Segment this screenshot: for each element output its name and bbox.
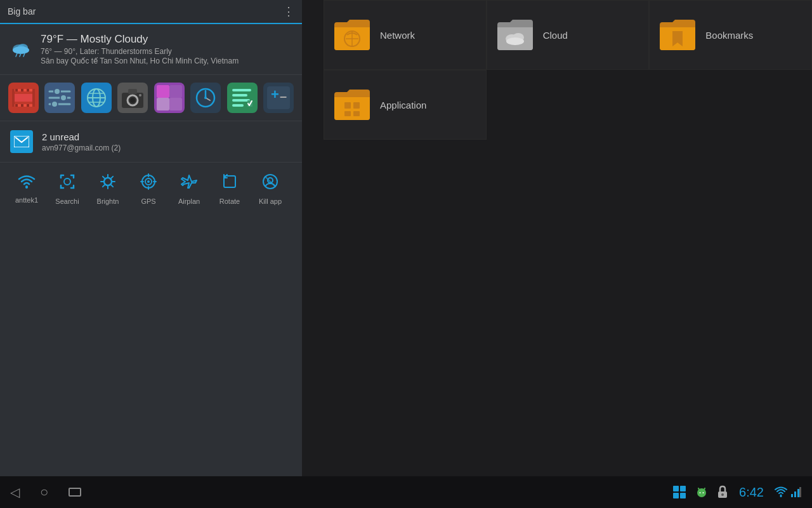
toggle-airplane-label: Airplan	[178, 197, 200, 205]
svg-rect-110	[799, 487, 801, 497]
status-icons	[672, 485, 729, 500]
svg-point-102	[700, 492, 701, 493]
svg-rect-107	[791, 494, 793, 497]
svg-point-106	[780, 495, 782, 497]
app-icon-calc[interactable]: + –	[263, 81, 295, 114]
email-section[interactable]: 2 unread avn977@gmail.com (2)	[0, 121, 302, 163]
grid-item-network[interactable]: Network	[324, 0, 487, 70]
svg-rect-49	[232, 89, 251, 91]
svg-rect-17	[27, 104, 29, 107]
svg-point-20	[54, 88, 60, 95]
svg-line-5	[23, 53, 25, 57]
svg-rect-12	[15, 89, 18, 91]
email-address: avn977@gmail.com (2)	[42, 144, 121, 152]
app-icon-clock[interactable]	[190, 81, 222, 114]
app-icon-globe[interactable]	[81, 81, 112, 114]
folder-icon-network	[333, 16, 371, 54]
notification-panel: Big bar ⋮ 79°F — Mostly Cloudy 76° — 90°…	[0, 0, 302, 483]
toggle-search-label: Searchi	[55, 197, 79, 205]
svg-point-64	[104, 178, 112, 185]
apps-icon[interactable]	[672, 485, 687, 500]
app-icon-studio[interactable]	[154, 81, 185, 114]
android-icon	[695, 485, 709, 499]
back-button[interactable]: ◁	[10, 485, 20, 500]
grid-item-application[interactable]: Application	[324, 70, 487, 140]
grid-item-network-label: Network	[380, 30, 415, 41]
quick-toggles: anttek1 Searchi	[0, 163, 302, 215]
signal-icons	[774, 486, 802, 498]
status-bar: ◁ ○ 6	[0, 476, 812, 508]
svg-point-47	[204, 97, 207, 99]
wifi-icon	[18, 174, 36, 194]
toggle-gps-label: GPS	[141, 197, 155, 205]
svg-rect-8	[12, 94, 35, 102]
toggle-anttek1[interactable]: anttek1	[6, 171, 47, 206]
svg-rect-94	[673, 486, 679, 491]
grid-item-application-label: Application	[380, 100, 426, 110]
toggle-gps[interactable]: GPS	[128, 170, 169, 208]
wifi-status-icon	[774, 486, 788, 498]
svg-rect-16	[21, 104, 23, 107]
svg-rect-95	[680, 486, 686, 491]
svg-line-69	[103, 177, 105, 178]
rotate-icon	[221, 173, 239, 195]
svg-rect-14	[27, 89, 29, 91]
svg-rect-91	[353, 102, 360, 109]
email-info: 2 unread avn977@gmail.com (2)	[42, 131, 121, 152]
time-display: 6:42	[739, 485, 764, 500]
weather-temp-main: 79°F — Mostly Cloudy	[41, 33, 239, 46]
app-icon-tasks[interactable]	[226, 81, 258, 114]
grid-item-cloud[interactable]: Cloud	[487, 0, 650, 70]
toggle-brightness[interactable]: Brightn	[88, 170, 128, 208]
svg-rect-92	[344, 111, 351, 116]
killapp-icon	[261, 173, 279, 195]
panel-menu-icon[interactable]: ⋮	[283, 4, 294, 18]
svg-point-22	[60, 95, 67, 101]
svg-point-103	[703, 492, 704, 493]
nav-buttons: ◁ ○	[10, 484, 81, 500]
svg-point-35	[130, 98, 135, 103]
panel-title: Big bar	[8, 6, 36, 17]
svg-rect-40	[169, 85, 182, 98]
svg-rect-99	[698, 491, 705, 496]
panel-header: Big bar ⋮	[0, 0, 302, 24]
svg-rect-51	[232, 99, 250, 102]
grid-item-cloud-label: Cloud	[543, 30, 568, 41]
svg-point-105	[721, 493, 724, 496]
svg-point-89	[506, 37, 524, 45]
signal-bars-icon	[790, 486, 802, 498]
svg-rect-10	[12, 89, 15, 107]
svg-point-24	[51, 101, 58, 107]
app-icon-settings[interactable]	[44, 81, 76, 114]
weather-info: 79°F — Mostly Cloudy 76° — 90°, Later: T…	[41, 33, 239, 65]
recents-button[interactable]	[69, 488, 81, 497]
grid-item-bookmarks[interactable]: Bookmarks	[649, 0, 812, 70]
lock-icon	[716, 485, 729, 499]
svg-rect-52	[232, 104, 244, 107]
toggle-airplane[interactable]: Airplan	[169, 170, 209, 208]
toggle-search[interactable]: Searchi	[47, 170, 88, 208]
weather-temp-range: 76° — 90°, Later: Thunderstorms Early	[41, 47, 239, 56]
svg-line-3	[16, 53, 17, 57]
toggle-rotate[interactable]: Rotate	[209, 170, 250, 208]
svg-line-72	[103, 185, 105, 187]
toggle-killapp-label: Kill app	[259, 197, 282, 205]
app-icon-camera[interactable]	[117, 81, 149, 114]
svg-point-2	[13, 46, 29, 54]
folder-icon-bookmarks	[658, 16, 697, 54]
toggle-anttek1-label: anttek1	[15, 196, 38, 204]
svg-rect-97	[680, 493, 686, 498]
toggle-rotate-label: Rotate	[219, 197, 240, 205]
brightness-icon	[99, 173, 117, 195]
email-icon	[10, 130, 33, 153]
app-icon-films[interactable]	[8, 81, 39, 114]
svg-rect-96	[673, 493, 679, 498]
toggle-killapp[interactable]: Kill app	[250, 170, 291, 208]
svg-point-36	[139, 94, 141, 97]
weather-section: 79°F — Mostly Cloudy 76° — 90°, Later: T…	[0, 24, 302, 75]
svg-rect-93	[353, 111, 360, 116]
home-button[interactable]: ○	[40, 484, 48, 500]
email-unread-count: 2 unread	[42, 131, 121, 142]
svg-rect-33	[128, 89, 137, 94]
gps-icon	[140, 173, 157, 195]
